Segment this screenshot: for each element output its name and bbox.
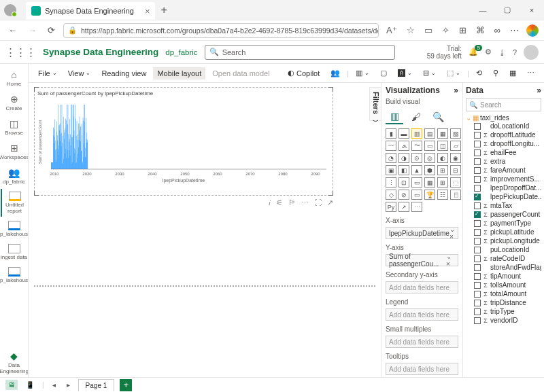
format-visual-tab[interactable]: 🖌 <box>407 109 425 124</box>
checkbox[interactable] <box>474 317 481 324</box>
checkbox[interactable] <box>474 185 481 192</box>
viz-collapse-icon[interactable]: » <box>454 86 458 95</box>
viz-type-32[interactable]: ▭ <box>411 190 422 200</box>
more-visual-icon[interactable]: ↗ <box>327 198 333 207</box>
notifications-icon[interactable]: 🔔 <box>469 48 478 56</box>
field-totalAmount[interactable]: ΣtotalAmount <box>466 289 541 298</box>
viz-type-36[interactable]: Py <box>386 202 396 212</box>
nav-ingest[interactable]: ingest data <box>1 241 28 263</box>
viz-type-18[interactable]: ▣ <box>386 165 396 175</box>
viz-type-6[interactable]: 〰 <box>386 141 396 151</box>
field-lpepDropoffDat...[interactable]: lpepDropoffDat... <box>466 183 541 192</box>
checkbox[interactable] <box>474 300 481 306</box>
viz-type-19[interactable]: ◧ <box>398 165 409 175</box>
trial-status[interactable]: Trial: 59 days left <box>427 45 462 60</box>
viz-type-10[interactable]: ◫ <box>437 141 448 151</box>
tb-ic7[interactable]: ⚲ <box>489 67 503 79</box>
field-improvementS...[interactable]: ΣimprovementS... <box>466 175 541 183</box>
minimize-icon[interactable]: — <box>471 0 495 20</box>
export-icon[interactable]: ⛶ <box>314 198 322 207</box>
viz-type-23[interactable]: ⊟ <box>450 165 461 175</box>
viz-type-31[interactable]: ⊘ <box>398 190 409 200</box>
viz-type-35[interactable]: ⌸ <box>450 190 461 200</box>
small-well[interactable]: Add data fields here <box>386 336 458 348</box>
field-doLocationId[interactable]: doLocationId <box>466 122 541 130</box>
build-visual-tab[interactable]: ▥ <box>386 109 403 124</box>
xaxis-well[interactable]: lpepPickupDatetime⌄ × <box>386 227 458 239</box>
field-passengerCount[interactable]: ΣpassengerCount <box>466 210 541 219</box>
checkbox[interactable] <box>474 123 481 130</box>
pin-icon[interactable]: ⋯ <box>301 198 309 207</box>
file-menu[interactable]: File⌄ <box>34 67 61 79</box>
tb-ic5[interactable]: ⬚⌄ <box>443 67 464 79</box>
nav-lakehouse1[interactable]: dp_lakehouse <box>1 218 28 240</box>
viz-type-5[interactable]: ▧ <box>450 128 461 139</box>
field-dropoffLatitude[interactable]: ΣdropoffLatitude <box>466 130 541 139</box>
mobile-layout-icon[interactable]: 📱 <box>23 380 37 390</box>
data-search[interactable]: 🔍Search <box>466 98 541 111</box>
copilot-button[interactable]: ◐Copilot <box>284 67 324 79</box>
nav-dp-fabric[interactable]: 👥dp_fabric <box>1 164 28 188</box>
viz-type-21[interactable]: ⬢ <box>424 165 435 175</box>
viz-type-3[interactable]: ▤ <box>424 128 435 139</box>
field-vendorID[interactable]: ΣvendorID <box>466 316 541 325</box>
table-node[interactable]: ⌄▦taxi_rides <box>466 114 541 122</box>
data-collapse-icon[interactable]: » <box>537 86 541 95</box>
viz-type-12[interactable]: ◔ <box>386 153 396 163</box>
checkbox[interactable] <box>474 255 481 262</box>
field-lpepPickupDate...[interactable]: lpepPickupDate... <box>466 192 541 201</box>
field-rateCodeID[interactable]: ΣrateCodeID <box>466 254 541 263</box>
viz-type-14[interactable]: ⊙ <box>411 153 422 163</box>
field-puLocationId[interactable]: puLocationId <box>466 245 541 254</box>
field-tripDistance[interactable]: ΣtripDistance <box>466 298 541 307</box>
viz-type-28[interactable]: ⊞ <box>437 177 448 188</box>
page-nav-next[interactable]: ▸ <box>64 380 73 390</box>
tb-ic1[interactable]: ▥⌄ <box>352 67 373 79</box>
extensions-icon[interactable]: ⊞ <box>457 25 469 35</box>
field-tollsAmount[interactable]: ΣtollsAmount <box>466 281 541 289</box>
app-name[interactable]: Synapse Data Engineering <box>43 47 158 57</box>
field-paymentType[interactable]: ΣpaymentType <box>466 219 541 228</box>
viz-type-9[interactable]: ▭ <box>424 141 435 151</box>
viz-type-34[interactable]: ☷ <box>437 190 448 200</box>
filters-pane-toggle[interactable]: Filters 〉 <box>369 87 381 121</box>
viz-type-15[interactable]: ◎ <box>424 153 435 163</box>
checkbox[interactable] <box>474 264 481 271</box>
viz-type-17[interactable]: ◉ <box>450 153 461 163</box>
nav-lakehouse2[interactable]: dp_lakehouse <box>1 264 28 286</box>
back-icon[interactable]: ← <box>5 25 20 35</box>
checkbox[interactable] <box>474 167 481 174</box>
checkbox[interactable] <box>474 141 481 147</box>
viz-type-13[interactable]: ◑ <box>398 153 409 163</box>
app-launcher-icon[interactable]: ⋮⋮⋮ <box>5 46 36 58</box>
explore-icon[interactable]: 👥 <box>326 67 344 79</box>
view-menu[interactable]: View⌄ <box>64 67 95 79</box>
analytics-tab[interactable]: 🔍 <box>429 109 447 124</box>
viz-type-37[interactable]: ↗ <box>398 202 409 212</box>
open-data-model-button[interactable]: Open data model <box>208 67 273 79</box>
checkbox[interactable] <box>474 238 481 245</box>
yaxis-well[interactable]: Sum of passengerCou...⌄ × <box>386 254 458 266</box>
field-extra[interactable]: Σextra <box>466 157 541 166</box>
viz-type-0[interactable]: ▮ <box>386 128 396 139</box>
field-tipAmount[interactable]: ΣtipAmount <box>466 272 541 281</box>
collections-icon[interactable]: ▭ <box>422 25 435 35</box>
tb-more[interactable]: ⋯ <box>523 67 539 79</box>
page-nav-prev[interactable]: ◂ <box>50 380 58 390</box>
focus-icon[interactable]: ⚟ <box>276 198 283 207</box>
viz-type-16[interactable]: ◐ <box>437 153 448 163</box>
checkbox[interactable] <box>474 282 481 289</box>
field-dropoffLongitu...[interactable]: ΣdropoffLongitu... <box>466 139 541 148</box>
checkbox[interactable] <box>474 158 481 165</box>
settings-icon[interactable]: ⚙ <box>485 48 492 56</box>
viz-type-22[interactable]: ⊞ <box>437 165 448 175</box>
checkbox[interactable] <box>474 220 481 227</box>
more-icon[interactable]: ⋯ <box>508 25 521 35</box>
legend-well[interactable]: Add data fields here <box>386 308 458 321</box>
address-bar[interactable]: 🔒 https://app.fabric.microsoft.com/group… <box>63 23 379 38</box>
checkbox[interactable] <box>474 291 481 298</box>
help-icon[interactable]: ? <box>513 48 517 56</box>
secy-well[interactable]: Add data fields here <box>386 281 458 293</box>
mobile-layout-button[interactable]: Mobile layout <box>153 67 205 79</box>
nav-create[interactable]: ⊕Create <box>1 91 28 114</box>
